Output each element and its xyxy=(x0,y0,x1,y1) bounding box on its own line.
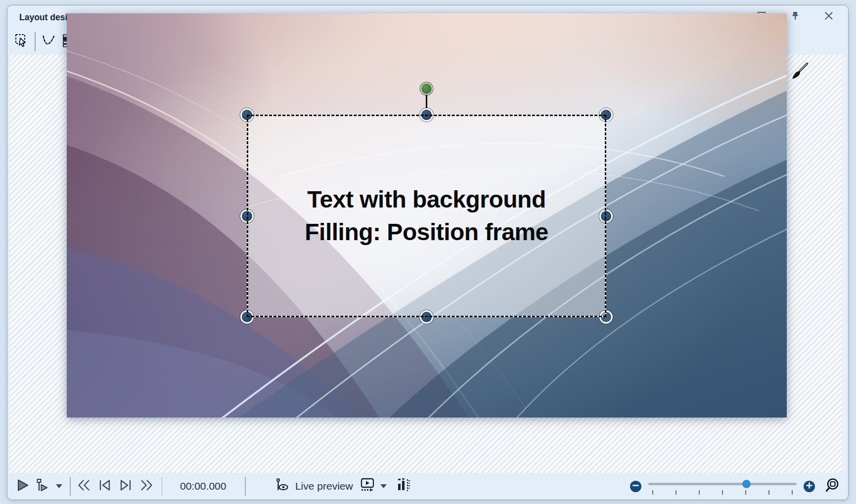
play-from-mark-button[interactable] xyxy=(32,476,52,496)
play-icon xyxy=(16,478,30,494)
bar-separator xyxy=(245,477,246,496)
toolbar-separator xyxy=(35,32,36,51)
play-button[interactable] xyxy=(13,476,32,496)
zoom-slider-track[interactable] xyxy=(648,483,797,485)
fast-forward-button[interactable] xyxy=(136,476,157,496)
bar-separator xyxy=(162,477,163,496)
playback-bar: 00:00.000 Live preview xyxy=(7,473,848,500)
chevron-down-icon xyxy=(380,482,387,491)
text-line-1: Text with background xyxy=(307,183,545,216)
dashed-curve-icon xyxy=(41,33,56,50)
right-gutter xyxy=(842,56,846,472)
zoom-out-button[interactable] xyxy=(630,481,641,492)
play-from-mark-icon xyxy=(35,478,49,495)
close-icon xyxy=(824,11,833,22)
fast-forward-icon xyxy=(139,478,154,494)
playback-time-display: 00:00.000 xyxy=(180,480,226,492)
skip-start-icon xyxy=(97,478,112,494)
skip-start-button[interactable] xyxy=(94,476,115,496)
preview-window-icon xyxy=(360,477,375,495)
brush-cursor-icon xyxy=(790,62,810,84)
zoom-fit-button[interactable] xyxy=(821,476,844,496)
zoom-slider-thumb[interactable] xyxy=(742,480,751,488)
text-object-selection[interactable]: Text with background Filling: Position f… xyxy=(247,115,606,317)
zoom-control xyxy=(630,473,844,500)
rotation-handle[interactable] xyxy=(421,84,432,94)
text-object-content: Text with background Filling: Position f… xyxy=(248,116,605,316)
preview-options-dropdown[interactable] xyxy=(377,476,391,496)
resize-handle-bottom-right[interactable] xyxy=(601,312,611,322)
pin-icon xyxy=(791,11,800,23)
selection-tool-button[interactable] xyxy=(11,32,32,51)
minus-circle-icon xyxy=(632,482,639,491)
resize-handle-mid-right[interactable] xyxy=(601,211,611,221)
curve-select-tool-button[interactable] xyxy=(39,32,59,51)
skip-end-button[interactable] xyxy=(115,476,136,496)
resize-handle-top-right[interactable] xyxy=(601,110,611,120)
layout-designer-window: Layout designer xyxy=(7,5,849,500)
select-cursor-icon xyxy=(14,33,29,50)
bar-separator xyxy=(70,477,71,496)
zoom-in-button[interactable] xyxy=(804,481,815,492)
zoom-slider[interactable] xyxy=(648,477,797,496)
rewind-icon xyxy=(77,478,91,494)
resize-handle-bottom-left[interactable] xyxy=(242,312,252,322)
live-preview-toggle[interactable] xyxy=(274,476,291,496)
levels-button[interactable] xyxy=(394,476,413,496)
resize-handle-mid-left[interactable] xyxy=(242,211,252,221)
resize-handle-top-left[interactable] xyxy=(242,110,252,120)
rewind-button[interactable] xyxy=(74,476,94,496)
plus-circle-icon xyxy=(806,482,812,491)
preview-window-button[interactable] xyxy=(358,476,377,496)
preview-image: Text with background Filling: Position f… xyxy=(67,13,787,418)
resize-handle-top-center[interactable] xyxy=(421,110,432,120)
play-options-dropdown[interactable] xyxy=(52,476,66,496)
magnifier-fit-icon xyxy=(824,477,840,495)
pin-button[interactable] xyxy=(790,11,801,22)
pin-eye-icon xyxy=(275,478,290,495)
close-button[interactable] xyxy=(823,11,834,22)
live-preview-label: Live preview xyxy=(295,480,353,492)
skip-end-icon xyxy=(118,478,133,494)
resize-handle-bottom-center[interactable] xyxy=(421,312,432,322)
text-line-2: Filling: Position frame xyxy=(305,216,548,249)
levels-ruler-icon xyxy=(396,477,411,495)
chevron-down-icon xyxy=(55,482,63,491)
